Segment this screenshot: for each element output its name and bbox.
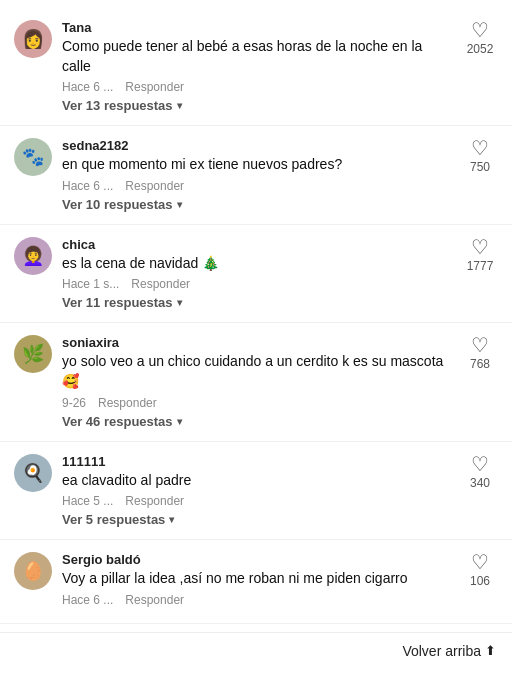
comment-time: Hace 6 ... [62,179,113,193]
comment-text: yo solo veo a un chico cuidando a un cer… [62,352,452,391]
view-replies-button[interactable]: Ver 13 respuestas▾ [62,98,452,113]
like-count: 768 [470,357,490,371]
comment-text: ea clavadito al padre [62,471,452,491]
like-icon[interactable]: ♡ [471,454,489,474]
like-section: ♡768 [462,335,498,371]
avatar[interactable]: 🐾 [14,138,52,176]
comment-time: Hace 1 s... [62,277,119,291]
view-replies-label: Ver 13 respuestas [62,98,173,113]
comment-text: es la cena de navidad 🎄 [62,254,452,274]
comment-item: 🥚Sergio baldóVoy a pillar la idea ,así n… [0,540,512,624]
comment-item: 👩TanaComo puede tener al bebé a esas hor… [0,8,512,126]
like-icon[interactable]: ♡ [471,335,489,355]
chevron-down-icon: ▾ [177,416,182,427]
comment-body: soniaxirayo solo veo a un chico cuidando… [62,335,452,428]
view-replies-label: Ver 10 respuestas [62,197,173,212]
like-icon[interactable]: ♡ [471,20,489,40]
back-to-top-button[interactable]: Volver arriba ⬆︎ [402,643,496,659]
comment-meta: Hace 6 ...Responder [62,80,452,94]
chevron-down-icon: ▾ [169,514,174,525]
double-chevron-up-icon: ⬆︎ [485,643,496,658]
chevron-down-icon: ▾ [177,199,182,210]
like-icon[interactable]: ♡ [471,552,489,572]
comment-meta: Hace 6 ...Responder [62,179,452,193]
reply-button[interactable]: Responder [125,593,184,607]
comment-body: 111111ea clavadito al padreHace 5 ...Res… [62,454,452,528]
comment-meta: Hace 5 ...Responder [62,494,452,508]
like-section: ♡750 [462,138,498,174]
comment-body: Sergio baldóVoy a pillar la idea ,así no… [62,552,452,611]
avatar[interactable]: 👩 [14,20,52,58]
like-section: ♡106 [462,552,498,588]
avatar[interactable]: 🥚 [14,552,52,590]
comment-meta: 9-26Responder [62,396,452,410]
comment-username: Tana [62,20,452,35]
avatar[interactable]: 👩‍🦱 [14,237,52,275]
like-section: ♡2052 [462,20,498,56]
back-to-top-bar: Volver arriba ⬆︎ [0,632,512,669]
view-replies-button[interactable]: Ver 10 respuestas▾ [62,197,452,212]
like-count: 340 [470,476,490,490]
like-count: 106 [470,574,490,588]
view-replies-button[interactable]: Ver 11 respuestas▾ [62,295,452,310]
like-icon[interactable]: ♡ [471,138,489,158]
view-replies-button[interactable]: Ver 5 respuestas▾ [62,512,452,527]
like-count: 750 [470,160,490,174]
comment-username: chica [62,237,452,252]
reply-button[interactable]: Responder [131,277,190,291]
reply-button[interactable]: Responder [125,494,184,508]
comment-item: 🌿soniaxirayo solo veo a un chico cuidand… [0,323,512,441]
comment-username: 111111 [62,454,452,469]
avatar[interactable]: 🌿 [14,335,52,373]
comment-text: en que momento mi ex tiene nuevos padres… [62,155,452,175]
comment-body: TanaComo puede tener al bebé a esas hora… [62,20,452,113]
chevron-down-icon: ▾ [177,100,182,111]
like-icon[interactable]: ♡ [471,237,489,257]
like-count: 2052 [467,42,494,56]
view-replies-label: Ver 11 respuestas [62,295,173,310]
view-replies-label: Ver 46 respuestas [62,414,173,429]
avatar[interactable]: 🍳 [14,454,52,492]
comment-text: Voy a pillar la idea ,así no me roban ni… [62,569,452,589]
comment-time: Hace 5 ... [62,494,113,508]
comment-meta: Hace 1 s...Responder [62,277,452,291]
like-count: 1777 [467,259,494,273]
back-to-top-label: Volver arriba [402,643,481,659]
comment-item: 🍳111111ea clavadito al padreHace 5 ...Re… [0,442,512,541]
like-section: ♡1777 [462,237,498,273]
comment-time: Hace 6 ... [62,80,113,94]
comment-time: Hace 6 ... [62,593,113,607]
reply-button[interactable]: Responder [125,179,184,193]
view-replies-button[interactable]: Ver 46 respuestas▾ [62,414,452,429]
comment-meta: Hace 6 ...Responder [62,593,452,607]
reply-button[interactable]: Responder [125,80,184,94]
view-replies-label: Ver 5 respuestas [62,512,165,527]
like-section: ♡340 [462,454,498,490]
comment-username: sedna2182 [62,138,452,153]
comment-username: soniaxira [62,335,452,350]
comment-time: 9-26 [62,396,86,410]
comment-text: Como puede tener al bebé a esas horas de… [62,37,452,76]
reply-button[interactable]: Responder [98,396,157,410]
comment-list: 👩TanaComo puede tener al bebé a esas hor… [0,0,512,632]
comment-item: 👩‍🦱chicaes la cena de navidad 🎄Hace 1 s.… [0,225,512,324]
chevron-down-icon: ▾ [177,297,182,308]
comment-item: 🐾sedna2182en que momento mi ex tiene nue… [0,126,512,225]
comment-username: Sergio baldó [62,552,452,567]
comment-body: sedna2182en que momento mi ex tiene nuev… [62,138,452,212]
comment-body: chicaes la cena de navidad 🎄Hace 1 s...R… [62,237,452,311]
